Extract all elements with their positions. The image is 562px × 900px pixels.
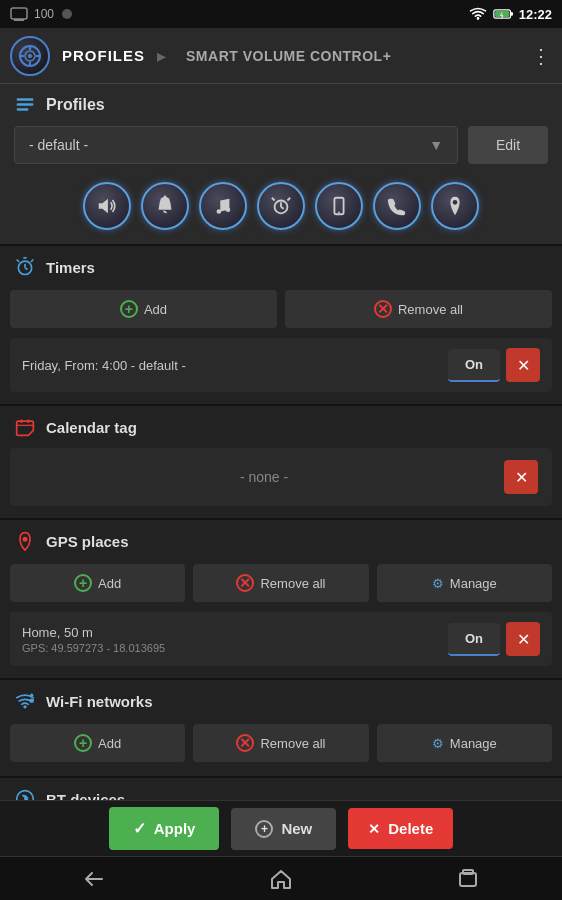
- svg-point-9: [28, 54, 32, 58]
- svg-point-34: [23, 537, 28, 542]
- calendar-tag-icon: [14, 416, 36, 438]
- profiles-header: Profiles: [14, 94, 548, 116]
- svg-rect-1: [14, 19, 24, 21]
- delete-button[interactable]: ✕ Delete: [348, 808, 453, 849]
- speaker-icon: [96, 195, 118, 217]
- gps-add-label: Add: [98, 576, 121, 591]
- wifi-manage-button[interactable]: ⚙ Manage: [377, 724, 552, 762]
- calendar-delete-button[interactable]: ✕: [504, 460, 538, 494]
- battery-icon: [493, 8, 513, 20]
- gps-manage-label: Manage: [450, 576, 497, 591]
- svg-rect-16: [17, 108, 29, 111]
- profiles-section-title: Profiles: [46, 96, 105, 114]
- apply-button[interactable]: ✓ Apply: [109, 807, 220, 850]
- battery-percent: 100: [34, 7, 54, 21]
- bt-devices-section: BT devices + Add ✕ Remove all ⚙ Manage: [0, 778, 562, 800]
- wifi-section: Wi-Fi networks + Add ✕ Remove all ⚙ Mana…: [0, 680, 562, 778]
- phone-icon: [386, 195, 408, 217]
- timer-item-text: Friday, From: 4:00 - default -: [22, 358, 186, 373]
- svg-rect-15: [17, 103, 34, 106]
- wifi-add-button[interactable]: + Add: [10, 724, 185, 762]
- location-pin-icon: [444, 195, 466, 217]
- top-bar: PROFILES ▸ SMART VOLUME CONTROL+ ⋮: [0, 28, 562, 84]
- profile-dropdown[interactable]: - default - ▼: [14, 126, 458, 164]
- timer-item-controls: On ✕: [448, 348, 540, 382]
- profile-edit-button[interactable]: Edit: [468, 126, 548, 164]
- media-volume-button[interactable]: [83, 182, 131, 230]
- overflow-menu-button[interactable]: ⋮: [531, 44, 552, 68]
- gps-remove-all-label: Remove all: [260, 576, 325, 591]
- calendar-tag-row: - none - ✕: [10, 448, 552, 506]
- back-button[interactable]: [62, 859, 126, 899]
- svg-point-2: [62, 9, 72, 19]
- timers-add-button[interactable]: + Add: [10, 290, 277, 328]
- svg-point-31: [20, 420, 23, 423]
- bt-section-header: BT devices: [0, 778, 562, 800]
- profiles-row: - default - ▼ Edit: [14, 126, 548, 164]
- recents-button[interactable]: [436, 859, 500, 899]
- gps-remove-circle-icon: ✕: [236, 574, 254, 592]
- wifi-gear-icon: ⚙: [432, 736, 444, 751]
- timers-add-label: Add: [144, 302, 167, 317]
- status-bar: 100 12:22: [0, 0, 562, 28]
- gps-add-button[interactable]: + Add: [10, 564, 185, 602]
- app-title: SMART VOLUME CONTROL+: [186, 48, 391, 64]
- svg-point-18: [164, 195, 167, 198]
- svg-rect-14: [17, 98, 34, 101]
- timers-remove-all-label: Remove all: [398, 302, 463, 317]
- gps-remove-all-button[interactable]: ✕ Remove all: [193, 564, 368, 602]
- main-content: Profiles - default - ▼ Edit: [0, 84, 562, 800]
- clock-time: 12:22: [519, 7, 552, 22]
- notification-dot: [60, 7, 74, 21]
- wifi-remove-all-button[interactable]: ✕ Remove all: [193, 724, 368, 762]
- timers-remove-all-button[interactable]: ✕ Remove all: [285, 290, 552, 328]
- gps-toggle-button[interactable]: On: [448, 623, 500, 656]
- gps-place-coords: GPS: 49.597273 - 18.013695: [22, 642, 165, 654]
- svg-rect-0: [11, 8, 27, 19]
- dropdown-arrow-icon: ▼: [429, 137, 443, 153]
- timers-section-header: Timers: [0, 246, 562, 284]
- svg-line-29: [25, 268, 28, 270]
- svg-point-35: [23, 705, 26, 708]
- calendar-tag-section: Calendar tag - none - ✕: [0, 406, 562, 520]
- wifi-remove-all-label: Remove all: [260, 736, 325, 751]
- timers-btn-row: + Add ✕ Remove all: [0, 284, 562, 334]
- bottom-buttons-bar: ✓ Apply + New ✕ Delete: [0, 800, 562, 856]
- app-logo: [10, 36, 50, 76]
- timers-section-title: Timers: [46, 259, 95, 276]
- profiles-section-icon: [14, 94, 36, 116]
- gps-add-circle-icon: +: [74, 574, 92, 592]
- location-volume-button[interactable]: [431, 182, 479, 230]
- bluetooth-icon: [14, 788, 36, 800]
- wifi-section-header: Wi-Fi networks: [0, 680, 562, 718]
- alarm-volume-button[interactable]: [257, 182, 305, 230]
- timer-delete-button[interactable]: ✕: [506, 348, 540, 382]
- profiles-tab[interactable]: PROFILES: [62, 47, 145, 64]
- logo-icon: [18, 44, 42, 68]
- new-button[interactable]: + New: [231, 808, 336, 850]
- gps-manage-button[interactable]: ⚙ Manage: [377, 564, 552, 602]
- music-volume-button[interactable]: [199, 182, 247, 230]
- gps-delete-button[interactable]: ✕: [506, 622, 540, 656]
- home-button[interactable]: [249, 859, 313, 899]
- home-icon: [269, 867, 293, 891]
- app-status-icon: [10, 7, 28, 21]
- alarm-icon: [270, 195, 292, 217]
- gps-btn-row: + Add ✕ Remove all ⚙ Manage: [0, 558, 562, 608]
- svg-rect-5: [510, 12, 513, 15]
- wifi-manage-label: Manage: [450, 736, 497, 751]
- calendar-none-label: - none -: [24, 469, 504, 485]
- wifi-remove-icon: ✕: [236, 734, 254, 752]
- call-volume-button[interactable]: [373, 182, 421, 230]
- volume-icons-row: [14, 176, 548, 234]
- calendar-section-title: Calendar tag: [46, 419, 137, 436]
- delete-x-icon: ✕: [368, 821, 380, 837]
- wifi-add-icon: +: [74, 734, 92, 752]
- timer-toggle-button[interactable]: On: [448, 349, 500, 382]
- notification-volume-button[interactable]: [141, 182, 189, 230]
- gps-place-name: Home, 50 m: [22, 625, 165, 640]
- gps-place-controls: On ✕: [448, 622, 540, 656]
- svg-point-20: [226, 207, 231, 212]
- ringer-volume-button[interactable]: [315, 182, 363, 230]
- gps-section-title: GPS places: [46, 533, 129, 550]
